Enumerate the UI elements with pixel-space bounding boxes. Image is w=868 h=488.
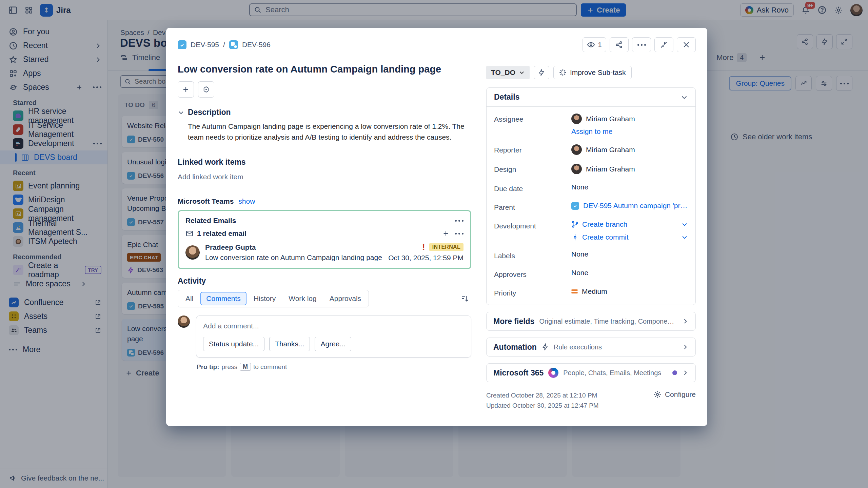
chevron-right-icon (682, 318, 689, 325)
related-emails-panel: Related Emails 1 related email (178, 210, 471, 269)
add-email-button[interactable] (442, 230, 450, 237)
chevron-down-icon[interactable] (681, 221, 688, 228)
activity-heading: Activity (178, 277, 471, 286)
configure-button[interactable]: Configure (653, 390, 696, 399)
breadcrumb-current-key[interactable]: DEV-596 (242, 41, 271, 49)
created-timestamp: Created October 28, 2025 at 12:10 PM (486, 390, 599, 401)
apps-button[interactable] (198, 81, 214, 98)
modal-more-button[interactable] (632, 37, 651, 52)
tab-all[interactable]: All (180, 292, 199, 305)
tab-history[interactable]: History (248, 292, 281, 305)
reporter-avatar (571, 144, 582, 155)
reporter-value[interactable]: Miriam Graham (571, 144, 635, 155)
share-button[interactable] (610, 37, 629, 52)
ellipsis-icon (637, 44, 646, 46)
automation-card[interactable]: Automation Rule executions (486, 338, 696, 357)
create-commit-row[interactable]: Create commit (571, 233, 688, 241)
description-text[interactable]: The Autumn Campaign landing page is expe… (188, 121, 471, 143)
lightning-icon (538, 69, 545, 76)
email-list-more-button[interactable] (455, 233, 463, 235)
related-emails-heading: Related Emails (185, 217, 236, 225)
chevron-down-icon (178, 109, 184, 116)
quick-replies: Status update... Thanks... Agree... (203, 337, 464, 351)
chevron-down-icon[interactable] (681, 234, 688, 241)
microsoft-365-card[interactable]: Microsoft 365 People, Chats, Emails, Mee… (486, 363, 696, 382)
labels-value[interactable]: None (571, 250, 688, 258)
work-item-title[interactable]: Low conversion rate on Autumn Campaign l… (178, 62, 471, 76)
field-label-assignee: Assignee (494, 114, 571, 123)
chevron-down-icon (680, 94, 688, 101)
comment-placeholder[interactable]: Add a comment... (203, 322, 464, 330)
microsoft-365-icon (548, 368, 558, 378)
current-user-avatar (178, 316, 190, 328)
modal-breadcrumb: DEV-595 / DEV-596 (178, 40, 271, 49)
related-emails-more-button[interactable] (455, 220, 463, 222)
approvers-value[interactable]: None (571, 269, 688, 277)
parent-value[interactable]: DEV-595 Autumn campaign 'product (571, 202, 688, 210)
details-panel: Details Assignee Miriam Graham Assign to… (486, 87, 696, 305)
chevron-down-icon (519, 69, 525, 76)
design-value[interactable]: Miriam Graham (571, 164, 635, 174)
collapse-icon (660, 41, 668, 49)
add-linked-item[interactable]: Add linked work item (178, 171, 471, 182)
sparkle-icon (559, 69, 567, 76)
collapse-modal-button[interactable] (654, 37, 673, 52)
assignee-value[interactable]: Miriam Graham (571, 114, 635, 124)
gear-icon (653, 390, 662, 399)
field-label-due-date: Due date (494, 183, 571, 193)
lightning-icon (541, 343, 549, 351)
quick-reply-thanks[interactable]: Thanks... (269, 337, 310, 351)
sort-icon (460, 294, 469, 303)
activity-tabs: All Comments History Work log Approvals (178, 290, 369, 307)
sort-order-button[interactable] (460, 294, 469, 303)
quick-reply-agree[interactable]: Agree... (315, 337, 351, 351)
quick-reply-status[interactable]: Status update... (203, 337, 264, 351)
internal-badge: INTERNAL (429, 243, 463, 251)
priority-value[interactable]: Medium (571, 287, 688, 296)
chevron-right-icon (682, 344, 689, 350)
sender-avatar (185, 245, 200, 260)
assign-to-me-link[interactable]: Assign to me (571, 127, 612, 136)
actions-lightning-button[interactable] (534, 66, 549, 79)
importance-icon: ! (422, 244, 425, 250)
share-icon (615, 41, 623, 49)
add-button[interactable] (178, 81, 194, 98)
status-dropdown[interactable]: TO_DO (486, 66, 530, 79)
field-label-labels: Labels (494, 250, 571, 260)
design-avatar (571, 164, 582, 174)
details-header[interactable]: Details (487, 88, 695, 107)
email-subject: Low conversion rate on Autumn Campaign l… (205, 253, 382, 262)
breadcrumb-parent-key[interactable]: DEV-595 (191, 41, 219, 49)
email-sender: Pradeep Gupta (205, 243, 382, 251)
teams-show-link[interactable]: show (238, 197, 255, 205)
field-label-design: Design (494, 164, 571, 174)
assignee-avatar (571, 114, 582, 124)
chevron-right-icon (682, 369, 689, 376)
more-fields-card[interactable]: More fields Original estimate, Time trac… (486, 312, 696, 331)
tab-comments[interactable]: Comments (200, 292, 246, 305)
field-label-priority: Priority (494, 287, 571, 297)
improve-subtask-button[interactable]: Improve Sub-task (553, 66, 632, 79)
close-modal-button[interactable] (677, 37, 696, 52)
task-icon (571, 202, 579, 210)
email-row[interactable]: Pradeep Gupta Low conversion rate on Aut… (185, 243, 463, 262)
updated-timestamp: Updated October 30, 2025 at 12:47 PM (486, 401, 599, 411)
comment-box[interactable]: Add a comment... Status update... Thanks… (196, 316, 471, 358)
linked-items-heading: Linked work items (178, 158, 471, 167)
status-dot (672, 370, 677, 375)
field-label-development: Development (494, 220, 571, 230)
watchers-button[interactable]: 1 (583, 37, 606, 52)
parent-link[interactable]: DEV-595 Autumn campaign 'product (583, 202, 688, 210)
due-date-value[interactable]: None (571, 183, 688, 191)
title-toolbar (178, 81, 471, 98)
field-label-reporter: Reporter (494, 144, 571, 154)
description-section[interactable]: Description (178, 108, 471, 117)
tab-work-log[interactable]: Work log (283, 292, 322, 305)
priority-medium-icon (571, 289, 578, 293)
create-branch-row[interactable]: Create branch (571, 220, 688, 228)
tab-approvals[interactable]: Approvals (324, 292, 367, 305)
pro-tip: Pro tip: press M to comment (197, 363, 471, 371)
watchers-count: 1 (598, 41, 602, 49)
commit-icon (571, 233, 579, 241)
work-item-modal: DEV-595 / DEV-596 1 (166, 28, 707, 426)
